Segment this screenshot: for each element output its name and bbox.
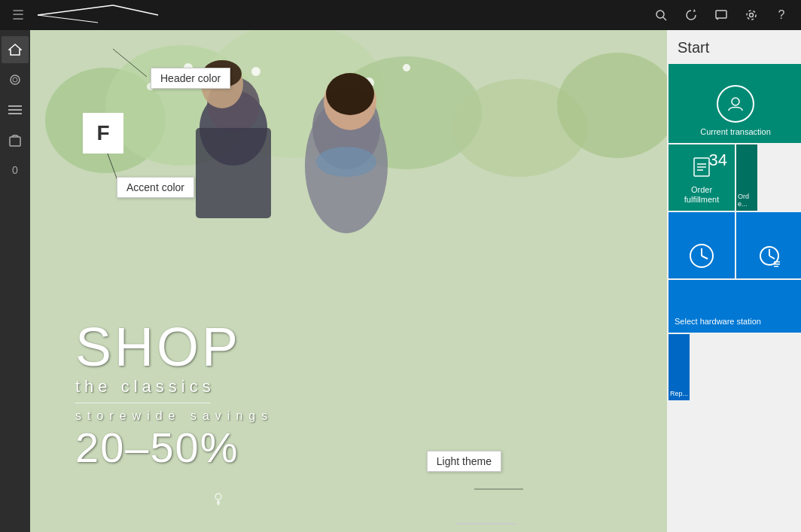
settings-icon[interactable] bbox=[738, 2, 765, 29]
svg-marker-9 bbox=[9, 44, 21, 55]
svg-line-4 bbox=[663, 17, 666, 20]
sidebar-item-menu[interactable] bbox=[2, 96, 29, 123]
sidebar-item-home[interactable] bbox=[2, 36, 29, 63]
search-icon[interactable] bbox=[647, 2, 675, 29]
scrollbar-indicator bbox=[456, 523, 516, 524]
f-logo-box: F bbox=[83, 113, 123, 154]
shop-divider bbox=[75, 403, 211, 403]
svg-point-38 bbox=[316, 147, 376, 177]
top-bar: ☰ ? bbox=[0, 0, 801, 30]
current-transaction-icon bbox=[717, 85, 754, 123]
main-content: F SHOP the classics storewide savings 20… bbox=[30, 30, 667, 532]
svg-point-37 bbox=[326, 73, 374, 115]
brand-logo bbox=[38, 4, 188, 26]
svg-point-29 bbox=[403, 64, 410, 71]
sidebar-item-products[interactable] bbox=[2, 66, 29, 93]
help-icon[interactable]: ? bbox=[768, 2, 795, 29]
start-header: Start bbox=[667, 30, 801, 62]
tile-clock1[interactable] bbox=[669, 212, 735, 278]
tile-order-partial[interactable]: Orde... bbox=[736, 144, 757, 211]
top-bar-right: ? bbox=[647, 2, 801, 29]
shop-subheadline: the classics bbox=[75, 377, 273, 397]
tiles-grid: Current transaction 34 Order fulfillment… bbox=[667, 62, 801, 402]
order-count-badge: 34 bbox=[709, 150, 727, 170]
svg-point-27 bbox=[251, 67, 260, 76]
shop-savings: storewide savings bbox=[75, 409, 273, 423]
current-transaction-label: Current transaction bbox=[700, 127, 771, 137]
svg-line-0 bbox=[38, 5, 113, 15]
svg-line-51 bbox=[702, 256, 708, 259]
svg-point-40 bbox=[215, 494, 221, 500]
report-partial-label: Rep... bbox=[670, 390, 688, 397]
sidebar: 0 bbox=[0, 30, 30, 532]
svg-rect-39 bbox=[196, 128, 271, 218]
shop-headline: SHOP bbox=[75, 320, 273, 374]
tile-order-fulfillment[interactable]: 34 Order fulfillment bbox=[669, 144, 735, 211]
hero-image: F SHOP the classics storewide savings 20… bbox=[30, 30, 667, 532]
hamburger-icon[interactable]: ☰ bbox=[6, 1, 30, 29]
tile-select-hardware-station[interactable]: Select hardware station bbox=[669, 280, 801, 333]
svg-point-8 bbox=[747, 11, 756, 20]
svg-rect-15 bbox=[10, 137, 20, 146]
svg-point-7 bbox=[750, 14, 754, 17]
top-bar-logo bbox=[30, 0, 301, 30]
svg-rect-5 bbox=[716, 11, 726, 18]
select-hardware-label: Select hardware station bbox=[675, 316, 761, 327]
svg-point-11 bbox=[13, 78, 17, 82]
header-color-tooltip: Header color bbox=[151, 68, 230, 89]
tile-clock2[interactable] bbox=[736, 212, 801, 278]
top-bar-left: ☰ bbox=[0, 0, 301, 30]
svg-line-2 bbox=[113, 5, 158, 15]
location-pin-icon bbox=[211, 491, 226, 509]
shop-text-block: SHOP the classics storewide savings 20–5… bbox=[75, 320, 273, 472]
sidebar-item-cart[interactable]: 0 bbox=[2, 157, 29, 184]
svg-point-3 bbox=[656, 11, 664, 18]
clock1-icon bbox=[688, 242, 715, 272]
svg-line-1 bbox=[38, 15, 98, 23]
right-panel: Start Current transaction 34 Order fulfi… bbox=[667, 30, 801, 532]
accent-color-tooltip: Accent color bbox=[117, 177, 194, 198]
order-partial-label: Orde... bbox=[738, 193, 756, 208]
clock2-icon bbox=[756, 242, 783, 272]
tile-report-partial[interactable]: Rep... bbox=[669, 334, 690, 400]
light-theme-tooltip: Light theme bbox=[427, 451, 501, 472]
svg-point-44 bbox=[732, 98, 739, 105]
sidebar-item-bag[interactable] bbox=[2, 126, 29, 154]
refresh-icon[interactable] bbox=[678, 2, 705, 29]
svg-point-10 bbox=[11, 75, 20, 84]
tile-current-transaction[interactable]: Current transaction bbox=[669, 64, 801, 143]
shop-percent: 20–50% bbox=[75, 423, 273, 472]
comment-icon[interactable] bbox=[708, 2, 735, 29]
order-fulfillment-label: Order fulfillment bbox=[675, 185, 729, 205]
svg-line-54 bbox=[769, 256, 775, 259]
